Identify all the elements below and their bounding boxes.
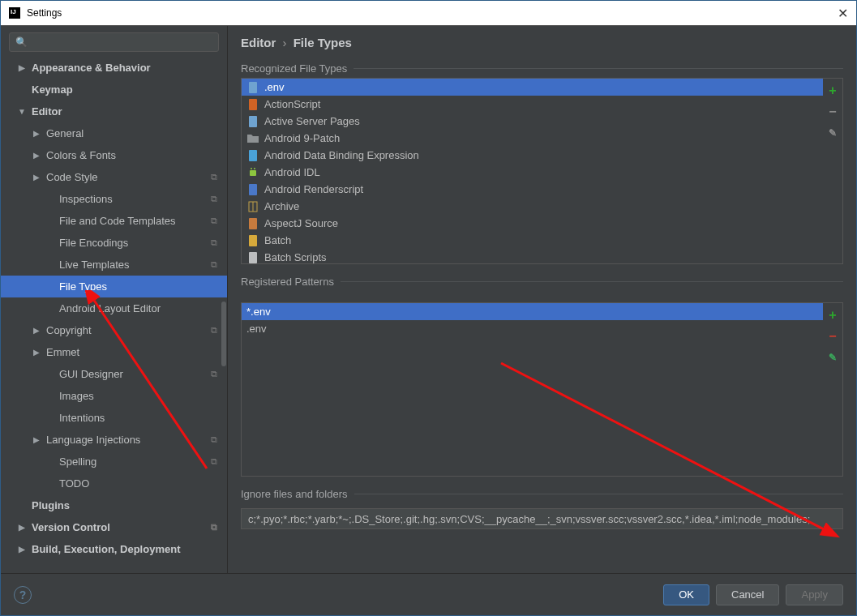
sidebar-item-gui-designer[interactable]: GUI Designer⧉	[1, 363, 227, 385]
sidebar-item-label: Intentions	[59, 412, 105, 424]
sidebar-item-label: General	[46, 127, 84, 139]
chevron-right-icon[interactable]	[32, 435, 41, 444]
recognized-toolbar: + − ✎	[823, 79, 842, 263]
sidebar-item-spelling[interactable]: Spelling⧉	[1, 451, 227, 473]
recognized-file-types-panel: .envActionScriptActive Server PagesAndro…	[241, 78, 843, 264]
sidebar-item-build-execution-deployment[interactable]: Build, Execution, Deployment	[1, 538, 227, 560]
sidebar-item-copyright[interactable]: Copyright⧉	[1, 319, 227, 341]
edit-button[interactable]: ✎	[825, 126, 840, 140]
ignore-label: Ignore files and folders	[241, 488, 843, 500]
sidebar-item-label: Build, Execution, Deployment	[32, 543, 180, 555]
sidebar-item-code-style[interactable]: Code Style⧉	[1, 166, 227, 188]
search-input[interactable]	[9, 32, 219, 52]
file-type-label: Batch	[264, 234, 291, 246]
sidebar-item-label: Images	[59, 390, 94, 402]
svg-rect-1	[249, 99, 257, 110]
sidebar-item-label: Appearance & Behavior	[32, 62, 151, 74]
apply-button[interactable]: Apply	[786, 584, 843, 605]
search-icon: 🔍	[15, 36, 28, 48]
project-scope-icon: ⧉	[211, 522, 217, 533]
sidebar-item-android-layout-editor[interactable]: Android Layout Editor	[1, 297, 227, 319]
sidebar-item-intentions[interactable]: Intentions	[1, 407, 227, 429]
chevron-right-icon[interactable]	[32, 326, 41, 335]
pattern-row[interactable]: *.env	[242, 303, 823, 320]
file-type-row[interactable]: Batch	[242, 232, 823, 249]
sidebar-item-editor[interactable]: Editor	[1, 101, 227, 122]
titlebar: Settings ✕	[1, 1, 856, 25]
batch-icon	[246, 234, 259, 247]
chevron-right-icon[interactable]	[32, 151, 41, 160]
scrollbar[interactable]	[221, 302, 226, 366]
remove-button[interactable]: −	[825, 329, 840, 344]
sidebar-item-label: Inspections	[59, 193, 113, 205]
sidebar-item-appearance-behavior[interactable]: Appearance & Behavior	[1, 57, 227, 79]
footer: ? OK Cancel Apply	[1, 573, 856, 615]
help-button[interactable]: ?	[14, 586, 32, 604]
edit-button[interactable]: ✎	[825, 350, 840, 365]
ok-button[interactable]: OK	[663, 584, 709, 605]
svg-rect-11	[249, 235, 257, 246]
sidebar-item-file-and-code-templates[interactable]: File and Code Templates⧉	[1, 210, 227, 232]
ignore-files-input[interactable]	[241, 508, 843, 529]
sidebar-item-label: Android Layout Editor	[59, 302, 161, 314]
add-button[interactable]: +	[825, 308, 840, 323]
file-type-row[interactable]: Android IDL	[242, 164, 823, 181]
sidebar-item-general[interactable]: General	[1, 122, 227, 144]
sidebar-item-file-encodings[interactable]: File Encodings⧉	[1, 232, 227, 254]
sidebar-item-version-control[interactable]: Version Control⧉	[1, 516, 227, 538]
sidebar-item-emmet[interactable]: Emmet	[1, 341, 227, 363]
chevron-right-icon[interactable]	[32, 173, 41, 182]
file-type-row[interactable]: Archive	[242, 198, 823, 215]
db-icon	[246, 149, 259, 162]
registered-patterns-list[interactable]: *.env.env	[242, 303, 823, 476]
breadcrumb-part: Editor	[241, 36, 276, 49]
file-type-row[interactable]: Android Data Binding Expression	[242, 147, 823, 164]
sidebar-item-file-types[interactable]: File Types	[1, 276, 227, 297]
file-type-row[interactable]: Android 9-Patch	[242, 130, 823, 147]
sidebar-item-plugins[interactable]: Plugins	[1, 494, 227, 516]
file-type-label: AspectJ Source	[264, 217, 338, 229]
sidebar-item-keymap[interactable]: Keymap	[1, 79, 227, 101]
aj-icon	[246, 217, 259, 230]
sidebar-item-label: TODO	[59, 477, 89, 490]
sidebar-item-label: Spelling	[59, 456, 96, 468]
file-type-label: Batch Scripts	[264, 251, 327, 263]
chevron-right-icon[interactable]	[17, 63, 27, 72]
chevron-right-icon[interactable]	[32, 129, 41, 138]
app-icon	[9, 7, 20, 19]
close-icon[interactable]: ✕	[838, 6, 848, 21]
sidebar-item-colors-fonts[interactable]: Colors & Fonts	[1, 144, 227, 166]
pattern-row[interactable]: .env	[242, 320, 823, 337]
remove-button[interactable]: −	[825, 105, 840, 119]
file-type-row[interactable]: Android Renderscript	[242, 181, 823, 198]
pattern-label: *.env	[246, 306, 271, 318]
sidebar-item-todo[interactable]: TODO	[1, 473, 227, 494]
sidebar-item-label: File Encodings	[59, 237, 128, 249]
cancel-button[interactable]: Cancel	[716, 584, 779, 605]
patterns-toolbar: + − ✎	[823, 303, 842, 476]
file-type-label: Android IDL	[264, 166, 320, 178]
chevron-right-icon[interactable]	[17, 545, 27, 554]
sidebar-item-inspections[interactable]: Inspections⧉	[1, 188, 227, 210]
file-type-row[interactable]: Active Server Pages	[242, 113, 823, 130]
sidebar-item-label: Plugins	[32, 499, 70, 511]
file-type-row[interactable]: AspectJ Source	[242, 215, 823, 232]
chevron-down-icon[interactable]	[17, 107, 27, 116]
file-type-label: Android Renderscript	[264, 183, 363, 195]
window-title: Settings	[27, 7, 62, 19]
add-button[interactable]: +	[825, 83, 840, 98]
registered-patterns-panel: *.env.env + − ✎	[241, 302, 843, 477]
settings-tree[interactable]: Appearance & BehaviorKeymapEditorGeneral…	[1, 57, 227, 573]
sidebar-item-images[interactable]: Images	[1, 385, 227, 407]
file-type-row[interactable]: ActionScript	[242, 96, 823, 113]
file-type-row[interactable]: .env	[242, 79, 823, 96]
svg-rect-2	[249, 116, 257, 127]
sidebar-item-language-injections[interactable]: Language Injections⧉	[1, 429, 227, 451]
chevron-right-icon[interactable]	[17, 523, 27, 532]
file-type-row[interactable]: Batch Scripts	[242, 249, 823, 263]
sidebar-item-label: File Types	[59, 280, 107, 293]
project-scope-icon: ⧉	[211, 237, 217, 248]
chevron-right-icon[interactable]	[32, 348, 41, 357]
sidebar-item-live-templates[interactable]: Live Templates⧉	[1, 254, 227, 276]
recognized-file-types-list[interactable]: .envActionScriptActive Server PagesAndro…	[242, 79, 823, 263]
